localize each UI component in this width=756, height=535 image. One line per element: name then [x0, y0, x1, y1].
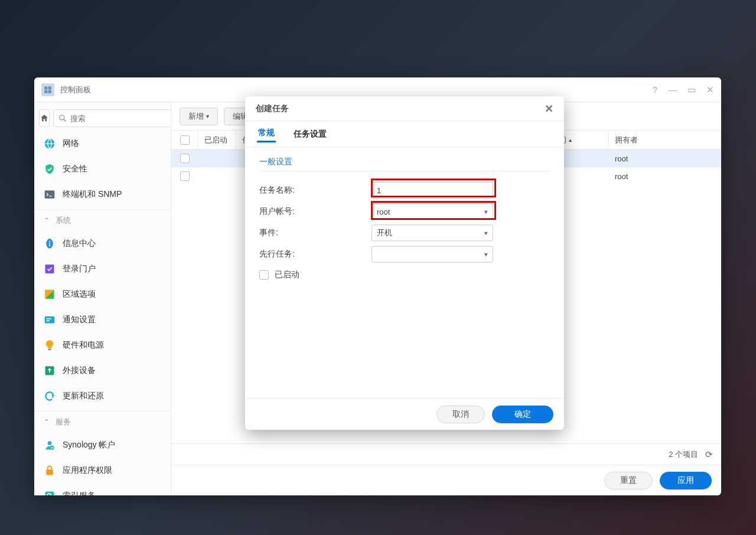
- sidebar-item-label: 硬件和电源: [63, 340, 104, 351]
- svg-rect-18: [46, 469, 53, 475]
- form-row-account: 用户帐号: root ▾: [259, 201, 550, 222]
- dialog-footer: 取消 确定: [245, 398, 564, 430]
- status-bar: 2 个项目 ⟳: [171, 443, 721, 465]
- sidebar-item-network[interactable]: 网络: [34, 131, 171, 156]
- sidebar-group-services[interactable]: ⌃ 服务: [34, 411, 171, 432]
- search-service-icon: [44, 490, 56, 496]
- sidebar-item-label: 登录门户: [63, 264, 96, 274]
- svg-rect-3: [48, 90, 51, 93]
- upload-icon: [44, 365, 56, 377]
- dialog-body: 一般设置 任务名称: 用户帐号: root ▾ 事件: 开机 ▾ 先行任务:: [245, 147, 564, 398]
- caret-down-icon: ▾: [484, 229, 488, 237]
- sidebar-item-indexing-service[interactable]: 索引服务: [34, 483, 171, 495]
- search-input[interactable]: [70, 114, 170, 123]
- svg-rect-9: [49, 243, 50, 247]
- caret-down-icon: ▾: [484, 208, 488, 216]
- minimize-button[interactable]: —: [668, 85, 677, 95]
- globe-icon: [44, 138, 56, 150]
- refresh-button[interactable]: ⟳: [705, 449, 713, 460]
- reset-button[interactable]: 重置: [604, 472, 653, 489]
- label-task-name: 任务名称:: [259, 185, 372, 196]
- search-box[interactable]: [53, 109, 171, 127]
- svg-rect-1: [48, 86, 51, 89]
- maximize-button[interactable]: ▭: [687, 85, 696, 95]
- sidebar-item-regional-options[interactable]: 区域选项: [34, 281, 171, 307]
- close-button[interactable]: ✕: [706, 85, 714, 95]
- sidebar-item-hardware-power[interactable]: 硬件和电源: [34, 332, 171, 358]
- svg-rect-10: [45, 264, 54, 273]
- tab-general[interactable]: 常规: [257, 125, 276, 142]
- form-row-event: 事件: 开机 ▾: [259, 222, 550, 244]
- group-label: 服务: [56, 417, 71, 427]
- caret-down-icon: ▾: [484, 251, 488, 258]
- sidebar-item-external-devices[interactable]: 外接设备: [34, 358, 171, 383]
- svg-rect-0: [44, 86, 47, 89]
- shield-icon: [44, 163, 56, 175]
- apply-button[interactable]: 应用: [660, 472, 712, 489]
- lock-icon: [44, 465, 56, 476]
- label-event: 事件:: [259, 228, 372, 238]
- column-owner[interactable]: 拥有者: [609, 131, 721, 149]
- sidebar-item-info-center[interactable]: 信息中心: [34, 231, 171, 256]
- window-controls: ? — ▭ ✕: [653, 85, 714, 95]
- sidebar-item-terminal-snmp[interactable]: 终端机和 SNMP: [34, 181, 171, 207]
- footer: 重置 应用: [171, 465, 721, 495]
- item-count: 2 个项目: [669, 449, 698, 460]
- form-row-pretask: 先行任务: ▾: [259, 244, 550, 265]
- sidebar-item-login-portal[interactable]: 登录门户: [34, 256, 171, 281]
- sidebar-item-label: 通知设置: [63, 314, 96, 325]
- region-icon: [44, 288, 56, 300]
- sidebar: 网络 安全性 终端机和 SNMP ⌃ 系统 信息中心 登录门户: [34, 102, 171, 495]
- select-all-checkbox[interactable]: [180, 135, 190, 145]
- info-icon: [44, 238, 56, 249]
- form-row-task-name: 任务名称:: [259, 180, 550, 201]
- svg-rect-13: [46, 320, 50, 321]
- sort-asc-icon: ▴: [569, 137, 572, 143]
- search-icon: [58, 114, 67, 122]
- sidebar-group-system[interactable]: ⌃ 系统: [34, 209, 171, 231]
- input-task-name[interactable]: [372, 182, 493, 199]
- sidebar-item-notification[interactable]: 通知设置: [34, 307, 171, 332]
- row-owner: root: [609, 167, 721, 185]
- chevron-up-icon: ⌃: [44, 216, 50, 225]
- help-button[interactable]: ?: [653, 85, 657, 95]
- label-enabled: 已启动: [275, 270, 299, 280]
- user-icon: [44, 439, 56, 451]
- sidebar-item-synology-account[interactable]: Synology 帐户: [34, 432, 171, 458]
- sidebar-item-security[interactable]: 安全性: [34, 156, 171, 181]
- sidebar-item-label: 外接设备: [63, 365, 96, 376]
- sidebar-item-update-restore[interactable]: 更新和还原: [34, 383, 171, 408]
- svg-point-4: [60, 115, 64, 120]
- portal-icon: [44, 263, 56, 275]
- add-button[interactable]: 新增▾: [180, 108, 218, 125]
- window-title: 控制面板: [60, 85, 653, 95]
- sidebar-item-label: 安全性: [63, 164, 87, 174]
- sidebar-item-label: 更新和还原: [63, 391, 104, 401]
- checkbox-enabled[interactable]: [259, 270, 269, 280]
- sidebar-item-label: 索引服务: [63, 491, 96, 496]
- svg-rect-2: [44, 90, 47, 93]
- svg-rect-11: [45, 316, 55, 323]
- row-checkbox[interactable]: [180, 154, 190, 163]
- select-pretask[interactable]: ▾: [372, 246, 493, 262]
- section-general-settings: 一般设置: [259, 157, 550, 171]
- sidebar-item-app-privileges[interactable]: 应用程序权限: [34, 458, 171, 483]
- chevron-up-icon: ⌃: [44, 418, 50, 426]
- bulb-icon: [44, 339, 56, 351]
- sidebar-item-label: Synology 帐户: [63, 440, 115, 450]
- select-event[interactable]: 开机 ▾: [372, 225, 493, 241]
- cancel-button[interactable]: 取消: [436, 406, 485, 423]
- terminal-icon: [44, 189, 56, 200]
- home-button[interactable]: [39, 109, 50, 127]
- label-account: 用户帐号:: [259, 206, 372, 217]
- dialog-close-button[interactable]: ✕: [545, 102, 553, 115]
- tab-task-settings[interactable]: 任务设置: [292, 127, 328, 142]
- ok-button[interactable]: 确定: [492, 406, 553, 423]
- caret-down-icon: ▾: [206, 113, 209, 119]
- column-enabled[interactable]: 已启动: [198, 131, 236, 149]
- select-account[interactable]: root ▾: [372, 203, 493, 220]
- svg-rect-12: [46, 318, 51, 319]
- row-checkbox[interactable]: [180, 171, 190, 181]
- svg-point-16: [48, 441, 52, 445]
- svg-rect-14: [48, 348, 51, 350]
